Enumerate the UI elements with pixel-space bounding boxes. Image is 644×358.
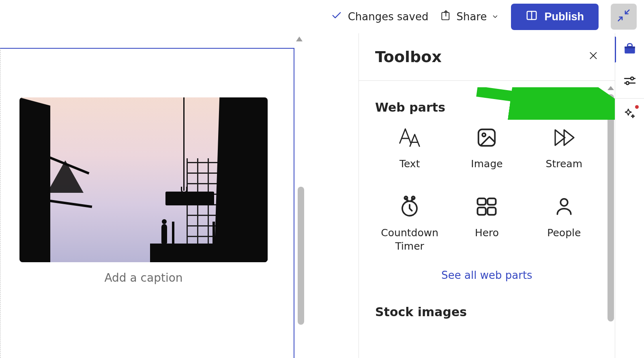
people-icon <box>552 196 576 218</box>
webpart-label: Hero <box>475 226 499 240</box>
webpart-text[interactable]: Text <box>375 127 444 175</box>
webpart-hero[interactable]: Hero <box>452 196 521 253</box>
toolbox-icon <box>623 41 637 58</box>
svg-point-5 <box>631 77 633 80</box>
stream-icon <box>552 127 576 149</box>
scroll-up-icon <box>608 86 614 90</box>
webparts-heading: Web parts <box>375 100 599 114</box>
webpart-stream[interactable]: Stream <box>530 127 599 175</box>
webpart-label: Image <box>471 157 502 171</box>
image-content <box>19 97 268 262</box>
svg-rect-0 <box>442 12 449 19</box>
share-button[interactable]: Share <box>440 10 499 24</box>
timer-icon <box>397 196 422 218</box>
webpart-label: Countdown Timer <box>375 226 444 253</box>
webpart-image[interactable]: Image <box>452 127 521 175</box>
svg-rect-3 <box>625 47 635 48</box>
chevron-down-icon <box>492 11 499 23</box>
svg-point-13 <box>483 133 486 136</box>
webpart-label: Text <box>399 157 420 171</box>
webpart-label: Stream <box>546 157 582 171</box>
side-rail <box>615 33 644 358</box>
image-webpart[interactable]: Add a caption <box>19 97 268 285</box>
rail-item-settings[interactable] <box>615 66 644 98</box>
svg-rect-21 <box>478 207 486 215</box>
sliders-icon <box>623 74 637 90</box>
webpart-people[interactable]: People <box>530 196 599 253</box>
webpart-countdown-timer[interactable]: Countdown Timer <box>375 196 444 253</box>
svg-point-23 <box>560 199 568 206</box>
share-label: Share <box>456 11 487 23</box>
hero-icon <box>474 196 499 218</box>
check-icon <box>331 10 342 24</box>
panel-header: Toolbox <box>359 33 615 81</box>
stock-images-heading: Stock images <box>375 305 599 319</box>
webparts-grid: Text Image <box>375 127 599 253</box>
svg-rect-20 <box>488 198 496 205</box>
reading-view-icon <box>526 9 538 24</box>
canvas-scroll-up[interactable] <box>294 33 305 45</box>
panel-scrollbar[interactable] <box>608 86 614 354</box>
webpart-label: People <box>547 226 581 240</box>
svg-rect-22 <box>488 207 496 215</box>
scroll-thumb[interactable] <box>608 94 614 321</box>
svg-rect-12 <box>479 129 495 146</box>
svg-point-7 <box>626 82 629 84</box>
scroll-thumb[interactable] <box>298 187 304 325</box>
svg-marker-24 <box>296 37 303 41</box>
see-all-webparts-link[interactable]: See all web parts <box>375 269 599 281</box>
panel-title: Toolbox <box>375 48 442 66</box>
collapse-icon <box>617 9 630 24</box>
close-icon <box>588 52 599 63</box>
image-caption-input[interactable]: Add a caption <box>19 271 268 285</box>
panel-close-button[interactable] <box>588 50 599 63</box>
rail-item-copilot[interactable] <box>615 99 644 131</box>
command-bar: Changes saved Share Publish <box>331 0 644 33</box>
panel-body: Web parts Text <box>359 81 615 331</box>
page-canvas: Add a caption <box>0 33 305 358</box>
text-aa-icon <box>397 127 422 149</box>
save-status: Changes saved <box>331 10 429 24</box>
share-icon <box>440 10 451 24</box>
svg-rect-19 <box>478 198 486 205</box>
image-icon <box>474 127 499 149</box>
canvas-scrollbar[interactable] <box>298 45 304 347</box>
collapse-panel-button[interactable] <box>611 4 637 30</box>
notification-dot-icon <box>635 105 639 109</box>
sparkle-icon <box>624 108 636 122</box>
rail-item-toolbox[interactable] <box>615 33 644 66</box>
toolbox-panel: Toolbox Web parts Text <box>358 33 615 358</box>
save-status-label: Changes saved <box>348 11 429 23</box>
publish-button[interactable]: Publish <box>511 4 599 30</box>
publish-label: Publish <box>544 11 584 23</box>
